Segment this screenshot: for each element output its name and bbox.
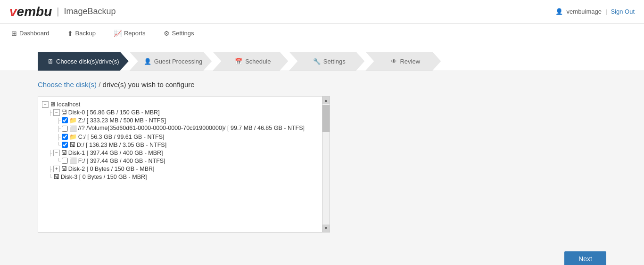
main-content: Choose the disk(s) / drive(s) you wish t… <box>0 71 644 242</box>
step-choose-disks[interactable]: 🖥 Choose disk(s)/drive(s) <box>38 52 129 71</box>
title-part2: drive(s) you wish to configure <box>103 80 195 88</box>
label-disk1: Disk-1 [ 397.44 GB / 400 GB - MBR] <box>68 150 163 156</box>
toggle-localhost[interactable]: − <box>42 101 49 108</box>
nav-item-dashboard[interactable]: ⊞ Dashboard <box>9 24 51 44</box>
app-logo: vembu | ImageBackup <box>9 4 116 19</box>
user-icon: 👤 <box>555 8 563 15</box>
scrollbar-thumb[interactable] <box>322 105 330 132</box>
label-disk0: Disk-0 [ 56.86 GB / 150 GB - MBR] <box>68 109 160 116</box>
tree-node-z[interactable]: ├ 📁 Z:/ [ 333.23 MB / 500 MB - NTFS] <box>40 116 320 124</box>
disk-tree-container: − 🖥 localhost ├ − 🖫 Disk-0 [ 56.86 GB / … <box>38 96 330 233</box>
tree-node-c[interactable]: ├ 📁 C:/ [ 56.3 GB / 99.61 GB - NTFS] <box>40 133 320 141</box>
title-sep: / <box>99 80 102 88</box>
calendar-icon: 📅 <box>235 58 242 65</box>
tree-scrollbar[interactable]: ▲ ▼ <box>322 96 330 232</box>
step-label-choose-disks: Choose disk(s)/drive(s) <box>56 58 119 65</box>
computer-icon: 🖥 <box>50 101 56 108</box>
c-drive-icon: 📁 <box>69 133 77 140</box>
d-drive-icon: 🖫 <box>69 141 75 148</box>
disk-tree[interactable]: − 🖥 localhost ├ − 🖫 Disk-0 [ 56.86 GB / … <box>38 96 322 232</box>
steps-list: 🖥 Choose disk(s)/drive(s) 👤 Guest Proces… <box>38 52 606 71</box>
tree-node-disk1[interactable]: ├ − 🖫 Disk-1 [ 397.44 GB / 400 GB - MBR] <box>40 149 320 157</box>
user-info: 👤 vembuimage | Sign Out <box>555 8 635 15</box>
checkbox-volume[interactable] <box>62 126 68 132</box>
tree-node-disk2[interactable]: ├ + 🖫 Disk-2 [ 0 Bytes / 150 GB - MBR] <box>40 165 320 173</box>
step-label-schedule: Schedule <box>245 58 271 65</box>
label-z: Z:/ [ 333.23 MB / 500 MB - NTFS] <box>78 117 166 124</box>
disk0-icon: 🖫 <box>61 109 67 116</box>
volume-icon: ⬜ <box>69 125 77 132</box>
disk3-icon: 🖫 <box>53 173 59 180</box>
nav-label-reports: Reports <box>124 30 146 37</box>
tree-node-disk3[interactable]: └ 🖫 Disk-3 [ 0 Bytes / 150 GB - MBR] <box>40 173 320 181</box>
reports-icon: 📈 <box>114 30 122 37</box>
step-label-settings: Settings <box>323 58 346 65</box>
f-drive-icon: ⬜ <box>69 157 77 164</box>
toggle-disk0[interactable]: − <box>53 109 60 116</box>
nav-label-dashboard: Dashboard <box>19 30 50 37</box>
toggle-disk1[interactable]: − <box>53 150 60 156</box>
nav-label-settings: Settings <box>172 30 194 37</box>
label-d: D:/ [ 136.23 MB / 3.05 GB - NTFS] <box>77 142 166 148</box>
user-name: vembuimage <box>567 8 602 15</box>
settings-icon: ⚙ <box>164 30 170 37</box>
step-label-review: Review <box>400 58 420 65</box>
next-button[interactable]: Next <box>564 251 606 265</box>
tree-node-f[interactable]: └ ⬜ F:/ [ 397.44 GB / 400 GB - NTFS] <box>40 157 320 165</box>
steps-wizard: 🖥 Choose disk(s)/drive(s) 👤 Guest Proces… <box>0 44 644 71</box>
monitor-icon: 🖥 <box>47 58 53 65</box>
checkbox-f[interactable] <box>62 158 68 164</box>
guest-icon: 👤 <box>144 58 151 65</box>
tree-node-disk0[interactable]: ├ − 🖫 Disk-0 [ 56.86 GB / 150 GB - MBR] <box>40 108 320 116</box>
wrench-icon: 🔧 <box>313 58 321 65</box>
tree-node-volume[interactable]: ├ ⬜ //? /Volume{35d60d61-0000-0000-0000-… <box>40 124 320 133</box>
nav-item-settings[interactable]: ⚙ Settings <box>162 24 196 44</box>
disk1-icon: 🖫 <box>61 149 67 156</box>
eye-icon: 👁 <box>391 58 397 65</box>
nav-item-reports[interactable]: 📈 Reports <box>112 24 148 44</box>
checkbox-z[interactable] <box>62 117 68 123</box>
logo-brand: vembu <box>9 4 52 19</box>
app-header: vembu | ImageBackup 👤 vembuimage | Sign … <box>0 0 644 24</box>
page-footer: Next <box>0 247 644 265</box>
step-guest-processing[interactable]: 👤 Guest Processing <box>130 52 212 71</box>
label-volume: //? /Volume{35d60d61-0000-0000-0000-70c9… <box>78 125 305 131</box>
z-drive-icon: 📁 <box>69 117 77 124</box>
checkbox-d[interactable] <box>62 142 68 148</box>
disk2-icon: 🖫 <box>61 165 67 172</box>
step-review[interactable]: 👁 Review <box>365 52 441 71</box>
label-f: F:/ [ 397.44 GB / 400 GB - NTFS] <box>78 158 165 164</box>
step-label-guest-processing: Guest Processing <box>154 58 203 65</box>
nav-item-backup[interactable]: ⬆ Backup <box>66 24 98 44</box>
label-disk3: Disk-3 [ 0 Bytes / 150 GB - MBR] <box>61 174 147 180</box>
page-title: Choose the disk(s) / drive(s) you wish t… <box>38 80 606 88</box>
main-nav: ⊞ Dashboard ⬆ Backup 📈 Reports ⚙ Setting… <box>0 24 644 44</box>
label-disk2: Disk-2 [ 0 Bytes / 150 GB - MBR] <box>68 166 155 172</box>
backup-icon: ⬆ <box>67 30 73 37</box>
checkbox-c[interactable] <box>62 134 68 140</box>
toggle-disk2[interactable]: + <box>53 166 60 172</box>
nav-label-backup: Backup <box>75 30 96 37</box>
tree-node-localhost[interactable]: − 🖥 localhost <box>40 100 320 108</box>
title-part1: Choose the disk(s) <box>38 80 97 88</box>
scrollbar-down[interactable]: ▼ <box>322 225 330 232</box>
logo-product: ImageBackup <box>64 7 116 16</box>
dashboard-icon: ⊞ <box>11 30 17 37</box>
sign-out-link[interactable]: Sign Out <box>611 8 635 15</box>
logo-divider: | <box>57 6 59 17</box>
label-c: C:/ [ 56.3 GB / 99.61 GB - NTFS] <box>78 134 165 140</box>
step-schedule[interactable]: 📅 Schedule <box>213 52 288 71</box>
user-separator: | <box>605 8 607 15</box>
scrollbar-up[interactable]: ▲ <box>322 96 330 104</box>
tree-node-d[interactable]: └ 🖫 D:/ [ 136.23 MB / 3.05 GB - NTFS] <box>40 141 320 149</box>
label-localhost: localhost <box>57 101 80 108</box>
step-settings[interactable]: 🔧 Settings <box>289 52 364 71</box>
